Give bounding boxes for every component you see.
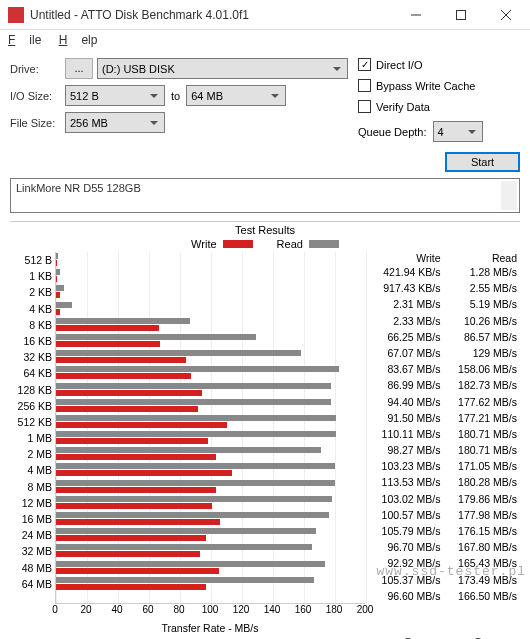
value-row: 67.07 MB/s129 MB/s <box>367 345 520 361</box>
drive-browse-button[interactable]: ... <box>65 58 93 79</box>
y-label: 512 B <box>10 252 52 268</box>
y-label: 2 KB <box>10 284 52 300</box>
value-row: 86.99 MB/s182.73 MB/s <box>367 377 520 393</box>
write-value: 2.33 MB/s <box>367 313 444 329</box>
value-row: 421.94 KB/s1.28 MB/s <box>367 264 520 280</box>
io-size-to-combobox[interactable]: 64 MB <box>186 85 286 106</box>
x-tick: 180 <box>326 604 343 615</box>
description-textarea[interactable]: LinkMore NR D55 128GB <box>10 178 520 213</box>
write-value: 94.40 MB/s <box>367 394 444 410</box>
filesize-label: File Size: <box>10 117 65 129</box>
write-bar <box>56 519 220 525</box>
x-tick: 20 <box>80 604 91 615</box>
value-row: 103.23 MB/s171.05 MB/s <box>367 458 520 474</box>
value-row: 2.33 MB/s10.26 MB/s <box>367 313 520 329</box>
x-tick: 200 <box>357 604 374 615</box>
queue-value: 4 <box>438 126 444 138</box>
close-button[interactable] <box>483 0 528 29</box>
bypass-cache-checkbox[interactable]: Bypass Write Cache <box>358 79 520 92</box>
y-label: 48 MB <box>10 560 52 576</box>
svg-rect-1 <box>456 10 465 19</box>
read-bar <box>56 285 64 291</box>
bar-row <box>56 462 365 478</box>
write-bar <box>56 470 232 476</box>
window-title: Untitled - ATTO Disk Benchmark 4.01.0f1 <box>30 8 393 22</box>
write-bar <box>56 503 212 509</box>
menu-file[interactable]: File <box>8 33 41 47</box>
x-tick: 40 <box>111 604 122 615</box>
read-bar <box>56 512 329 518</box>
values-table: 421.94 KB/s1.28 MB/s917.43 KB/s2.55 MB/s… <box>367 264 520 604</box>
write-value: 98.27 MB/s <box>367 442 444 458</box>
read-value: 167.80 MB/s <box>444 539 521 555</box>
read-value: 180.71 MB/s <box>444 442 521 458</box>
write-value: 83.67 MB/s <box>367 361 444 377</box>
read-bar <box>56 447 321 453</box>
value-row: 103.02 MB/s179.86 MB/s <box>367 491 520 507</box>
direct-io-label: Direct I/O <box>376 59 422 71</box>
read-bar <box>56 561 325 567</box>
write-bar <box>56 584 206 590</box>
bypass-label: Bypass Write Cache <box>376 80 475 92</box>
filesize-combobox[interactable]: 256 MB <box>65 112 165 133</box>
value-row: 96.60 MB/s166.50 MB/s <box>367 588 520 604</box>
y-label: 8 KB <box>10 317 52 333</box>
titlebar: Untitled - ATTO Disk Benchmark 4.01.0f1 <box>0 0 530 30</box>
drive-label: Drive: <box>10 63 65 75</box>
io-size-label: I/O Size: <box>10 90 65 102</box>
read-bar <box>56 480 335 486</box>
write-bar <box>56 487 216 493</box>
x-tick: 140 <box>264 604 281 615</box>
io-to-label: to <box>171 90 180 102</box>
value-row: 98.27 MB/s180.71 MB/s <box>367 442 520 458</box>
menu-help[interactable]: Help <box>59 33 98 47</box>
read-value: 158.06 MB/s <box>444 361 521 377</box>
read-value: 5.19 MB/s <box>444 296 521 312</box>
y-label: 1 KB <box>10 268 52 284</box>
read-value: 171.05 MB/s <box>444 458 521 474</box>
bar-row <box>56 284 365 300</box>
start-button[interactable]: Start <box>445 152 520 172</box>
read-bar <box>56 366 339 372</box>
legend: Write Read <box>10 238 520 250</box>
verify-data-checkbox[interactable]: Verify Data <box>358 100 520 113</box>
y-label: 4 KB <box>10 301 52 317</box>
bar-row <box>56 349 365 365</box>
x-tick: 100 <box>202 604 219 615</box>
write-value: 91.50 MB/s <box>367 410 444 426</box>
value-row: 100.57 MB/s177.98 MB/s <box>367 507 520 523</box>
value-row: 113.53 MB/s180.28 MB/s <box>367 474 520 490</box>
y-label: 16 KB <box>10 333 52 349</box>
bar-row <box>56 365 365 381</box>
read-value: 180.71 MB/s <box>444 426 521 442</box>
write-value: 96.60 MB/s <box>367 588 444 604</box>
legend-read-swatch <box>309 240 339 248</box>
y-label: 24 MB <box>10 527 52 543</box>
value-row: 917.43 KB/s2.55 MB/s <box>367 280 520 296</box>
y-axis-labels: 512 B1 KB2 KB4 KB8 KB16 KB32 KB64 KB128 … <box>10 252 55 604</box>
read-value: 182.73 MB/s <box>444 377 521 393</box>
read-bar <box>56 463 335 469</box>
y-label: 16 MB <box>10 511 52 527</box>
write-value: 100.57 MB/s <box>367 507 444 523</box>
legend-write-swatch <box>223 240 253 248</box>
direct-io-checkbox[interactable]: ✓Direct I/O <box>358 58 520 71</box>
queue-depth-combobox[interactable]: 4 <box>433 121 483 142</box>
write-value: 110.11 MB/s <box>367 426 444 442</box>
description-text: LinkMore NR D55 128GB <box>16 182 141 194</box>
io-size-from-combobox[interactable]: 512 B <box>65 85 165 106</box>
write-value: 96.70 MB/s <box>367 539 444 555</box>
read-value: 176.15 MB/s <box>444 523 521 539</box>
maximize-button[interactable] <box>438 0 483 29</box>
read-bar <box>56 350 301 356</box>
minimize-button[interactable] <box>393 0 438 29</box>
x-axis-ticks: 020406080100120140160180200 <box>55 604 365 620</box>
drive-combobox[interactable]: (D:) USB DISK <box>97 58 348 79</box>
read-bar <box>56 496 332 502</box>
bar-row <box>56 268 365 284</box>
read-value: 177.62 MB/s <box>444 394 521 410</box>
bar-row <box>56 252 365 268</box>
write-bar <box>56 357 186 363</box>
y-label: 8 MB <box>10 479 52 495</box>
write-value: 917.43 KB/s <box>367 280 444 296</box>
